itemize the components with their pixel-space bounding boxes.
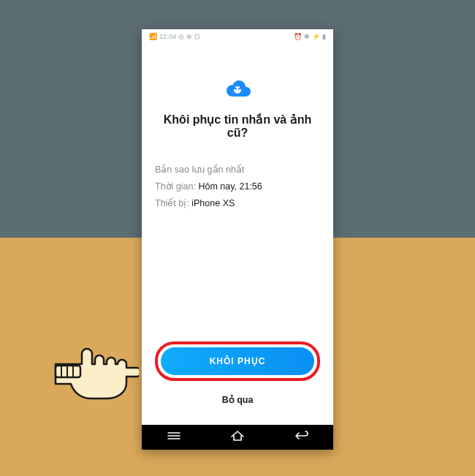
- nav-recents-button[interactable]: [159, 425, 189, 450]
- device-label: Thiết bị:: [155, 198, 189, 208]
- backup-time-row: Thời gian: Hôm nay, 21:56: [155, 178, 320, 195]
- cloud-restore-icon: [223, 79, 252, 102]
- highlight-annotation: KHÔI PHỤC: [155, 341, 320, 381]
- status-left-indicators: ◎ ⊕ ⊡: [178, 33, 200, 40]
- recents-icon: [167, 431, 180, 444]
- status-right-indicators: ⏰ ✽ ⚡ ▮: [294, 33, 326, 40]
- device-value: iPhone XS: [191, 198, 235, 208]
- phone-frame: 📶 22:04 ◎ ⊕ ⊡ ⏰ ✽ ⚡ ▮ Khôi phục tin nhắn…: [142, 29, 333, 450]
- nav-home-button[interactable]: [223, 425, 252, 450]
- backup-info: Bản sao lưu gần nhất Thời gian: Hôm nay,…: [155, 162, 320, 212]
- status-time: 22:04: [159, 33, 177, 40]
- restore-button[interactable]: KHÔI PHỤC: [161, 347, 314, 375]
- nav-back-button[interactable]: [286, 425, 316, 450]
- status-bar: 📶 22:04 ◎ ⊕ ⊡ ⏰ ✽ ⚡ ▮: [142, 29, 333, 44]
- home-icon: [230, 430, 245, 445]
- recent-backup-label: Bản sao lưu gần nhất: [155, 162, 320, 178]
- pointer-hand-annotation: [50, 344, 139, 402]
- skip-button[interactable]: Bỏ qua: [155, 387, 320, 412]
- time-value: Hôm nay, 21:56: [198, 181, 262, 192]
- page-title: Khôi phục tin nhắn và ảnh cũ?: [155, 113, 320, 140]
- screen-content: Khôi phục tin nhắn và ảnh cũ? Bản sao lư…: [142, 44, 333, 425]
- time-label: Thời gian:: [155, 181, 196, 192]
- android-navbar: [142, 425, 333, 450]
- backup-device-row: Thiết bị: iPhone XS: [155, 195, 320, 212]
- back-icon: [294, 431, 308, 444]
- signal-icon: 📶: [149, 33, 157, 40]
